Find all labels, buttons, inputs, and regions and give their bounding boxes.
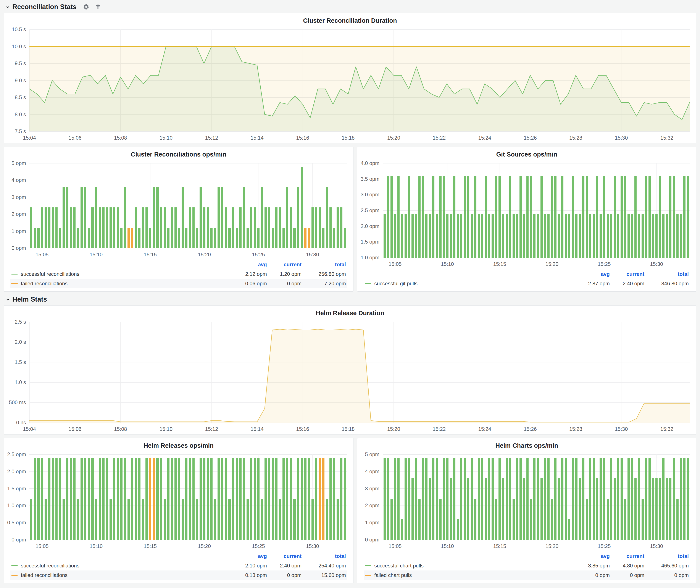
svg-text:15:16: 15:16 xyxy=(296,426,309,432)
legend-label[interactable]: failed chart pulls xyxy=(374,572,412,578)
svg-text:10.5 s: 10.5 s xyxy=(12,26,26,32)
panel-title-cluster-reconciliation-duration[interactable]: Cluster Reconciliation Duration xyxy=(4,13,696,25)
panel-title-helm-releases-opm[interactable]: Helm Releases ops/min xyxy=(4,438,353,450)
svg-text:0 opm: 0 opm xyxy=(11,245,26,251)
legend-header-total[interactable]: total xyxy=(644,271,689,277)
svg-text:15:15: 15:15 xyxy=(144,543,157,549)
svg-text:15:18: 15:18 xyxy=(342,426,355,432)
panel-title-helm-release-duration[interactable]: Helm Release Duration xyxy=(4,306,696,317)
svg-text:8.5 s: 8.5 s xyxy=(15,94,26,100)
legend-avg: 3.85 opm xyxy=(564,563,610,569)
svg-text:4 opm: 4 opm xyxy=(11,177,26,183)
git-sources-opm-chart[interactable]: 1.0 opm1.5 opm2.0 opm2.5 opm3.0 opm3.5 o… xyxy=(357,158,696,269)
legend-header-current[interactable]: current xyxy=(610,553,644,559)
svg-text:15:10: 15:10 xyxy=(160,135,173,141)
svg-text:15:20: 15:20 xyxy=(387,135,400,141)
svg-text:15:08: 15:08 xyxy=(114,135,127,141)
legend-header-avg[interactable]: avg xyxy=(564,271,610,277)
section-toggle-helm-stats[interactable]: Helm Stats xyxy=(5,296,47,303)
helm-release-duration-chart[interactable]: 0 ns500 ms1.0 s1.5 s2.0 s2.5 s15:0415:06… xyxy=(4,317,696,434)
svg-text:15:25: 15:25 xyxy=(252,252,265,257)
svg-text:15:22: 15:22 xyxy=(433,135,446,141)
svg-text:15:20: 15:20 xyxy=(198,252,211,257)
svg-text:4 opm: 4 opm xyxy=(365,468,379,474)
svg-text:15:30: 15:30 xyxy=(306,543,319,549)
svg-text:15:04: 15:04 xyxy=(23,135,36,141)
svg-text:3.0 opm: 3.0 opm xyxy=(361,192,379,197)
section-title: Helm Stats xyxy=(12,296,47,303)
svg-text:9.0 s: 9.0 s xyxy=(15,78,26,83)
panel-title-git-sources-opm[interactable]: Git Sources ops/min xyxy=(357,147,696,158)
legend-header-total[interactable]: total xyxy=(644,553,689,559)
legend-header-total[interactable]: total xyxy=(302,553,346,559)
svg-text:15:30: 15:30 xyxy=(650,261,663,267)
svg-text:500 ms: 500 ms xyxy=(9,399,26,405)
series-swatch-green xyxy=(11,274,18,275)
svg-text:1.5 s: 1.5 s xyxy=(15,359,26,365)
svg-text:15:14: 15:14 xyxy=(251,426,264,432)
svg-text:15:05: 15:05 xyxy=(35,252,48,257)
legend-label[interactable]: successful chart pulls xyxy=(374,563,424,569)
legend-header-avg[interactable]: avg xyxy=(221,262,267,268)
legend-label[interactable]: successful reconciliations xyxy=(21,271,79,277)
svg-text:15:08: 15:08 xyxy=(114,426,127,432)
legend-cluster-reconciliations: avg current total successful reconciliat… xyxy=(4,260,353,291)
svg-text:0 ns: 0 ns xyxy=(16,420,26,425)
helm-releases-opm-chart[interactable]: 0 opm0.5 opm1.0 opm1.5 opm2.0 opm2.5 opm… xyxy=(4,450,353,551)
legend-current: 2.40 opm xyxy=(610,281,644,287)
svg-text:2.5 s: 2.5 s xyxy=(15,319,26,325)
svg-text:15:12: 15:12 xyxy=(205,426,218,432)
svg-text:1 opm: 1 opm xyxy=(365,520,379,525)
legend-header-avg[interactable]: avg xyxy=(221,553,267,559)
legend-label[interactable]: failed reconciliations xyxy=(21,572,68,578)
svg-text:1.5 opm: 1.5 opm xyxy=(7,486,26,491)
legend-row-failed-reconciliations: failed reconciliations 0.13 opm 0 opm 15… xyxy=(10,570,347,580)
svg-text:15:05: 15:05 xyxy=(389,543,402,549)
series-swatch-amber xyxy=(11,575,18,576)
chevron-down-icon xyxy=(5,4,11,10)
legend-label[interactable]: failed reconciliations xyxy=(21,281,68,287)
legend-avg: 2.10 opm xyxy=(221,563,267,569)
legend-header-current[interactable]: current xyxy=(267,262,302,268)
svg-text:15:12: 15:12 xyxy=(205,135,218,141)
svg-text:15:30: 15:30 xyxy=(615,135,628,141)
svg-text:15:14: 15:14 xyxy=(251,135,264,141)
svg-text:1.0 opm: 1.0 opm xyxy=(361,255,379,260)
helm-charts-opm-chart[interactable]: 0 opm1 opm2 opm3 opm4 opm5 opm15:0515:10… xyxy=(357,450,696,551)
legend-header-current[interactable]: current xyxy=(267,553,302,559)
svg-text:2.0 opm: 2.0 opm xyxy=(361,223,379,229)
cluster-reconciliations-opm-chart[interactable]: 0 opm1 opm2 opm3 opm4 opm5 opm15:0515:10… xyxy=(4,158,353,260)
svg-text:3.5 opm: 3.5 opm xyxy=(361,176,379,182)
legend-total: 15.60 opm xyxy=(302,572,346,578)
legend-label[interactable]: successful reconciliations xyxy=(21,563,79,569)
legend-header-total[interactable]: total xyxy=(302,262,346,268)
svg-text:4.0 opm: 4.0 opm xyxy=(361,160,379,166)
section-header-reconciliation-stats: Reconciliation Stats xyxy=(4,1,696,13)
trash-icon[interactable] xyxy=(95,4,101,10)
svg-text:15:15: 15:15 xyxy=(144,252,157,257)
svg-text:15:05: 15:05 xyxy=(389,261,402,267)
legend-avg: 0.13 opm xyxy=(221,572,267,578)
gear-icon[interactable] xyxy=(83,4,89,10)
legend-header-avg[interactable]: avg xyxy=(564,553,610,559)
svg-text:15:20: 15:20 xyxy=(545,543,558,549)
legend-header-current[interactable]: current xyxy=(610,271,644,277)
svg-text:15:22: 15:22 xyxy=(433,426,446,432)
panel-title-helm-charts-opm[interactable]: Helm Charts ops/min xyxy=(357,438,696,450)
legend-avg: 2.87 opm xyxy=(564,281,610,287)
svg-text:2 opm: 2 opm xyxy=(11,211,26,217)
legend-helm-releases: avg current total successful reconciliat… xyxy=(4,551,353,583)
chevron-down-icon xyxy=(5,297,11,302)
svg-text:15:18: 15:18 xyxy=(342,135,355,141)
svg-text:15:24: 15:24 xyxy=(478,135,491,141)
svg-text:8.0 s: 8.0 s xyxy=(15,111,26,117)
section-toggle-reconciliation-stats[interactable]: Reconciliation Stats xyxy=(5,3,76,11)
legend-avg: 0.06 opm xyxy=(221,281,267,287)
svg-text:2.5 opm: 2.5 opm xyxy=(7,451,26,457)
svg-text:9.5 s: 9.5 s xyxy=(15,60,26,66)
legend-row-successful-git-pulls: successful git pulls 2.87 opm 2.40 opm 3… xyxy=(364,279,690,288)
svg-text:2.0 s: 2.0 s xyxy=(15,339,26,345)
cluster-reconciliation-duration-chart[interactable]: 7.5 s8.0 s8.5 s9.0 s9.5 s10.0 s10.5 s15:… xyxy=(4,25,696,143)
panel-title-cluster-reconciliations-opm[interactable]: Cluster Reconciliations ops/min xyxy=(4,147,353,158)
legend-label[interactable]: successful git pulls xyxy=(374,281,418,287)
